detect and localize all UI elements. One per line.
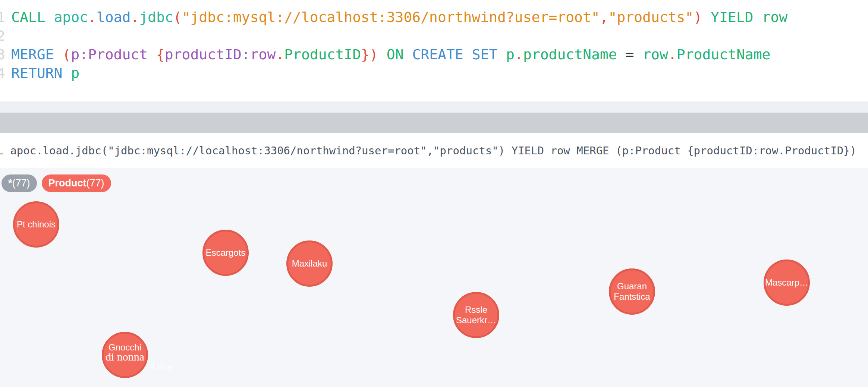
result-frame-header[interactable]: CALL apoc.load.jdbc("jdbc:mysql://localh… [0,133,868,168]
code-token [54,46,62,63]
graph-node[interactable]: Maxilaku [286,240,333,287]
node-caption: Mascarp… [765,277,808,288]
node-caption: Gnocchi [108,342,141,353]
graph-node[interactable]: RssleSauerkr… [453,292,499,338]
code-token: ProductName [677,46,771,63]
code-token: ON [387,46,404,63]
code-token [754,9,762,25]
code-token: MERGE [11,46,54,63]
line-number: 1 [0,8,4,26]
code-token: jdbc [139,9,173,25]
graph-visualization[interactable]: *(77)Product(77) Pt chinoisEscargotsMaxi… [0,168,868,387]
code-token: ( [62,46,71,63]
code-token: p [506,46,515,63]
code-token: } [361,46,369,63]
code-token: { [156,46,165,63]
code-token [497,46,506,63]
code-token: SET [472,46,498,63]
code-token: RETURN [11,65,62,81]
code-token: productID:row [165,46,276,63]
code-token: row [642,46,668,63]
label-filter-pill[interactable]: *(77) [1,174,37,192]
code-line[interactable]: 3MERGE (p:Product {productID:row.Product… [0,45,868,64]
code-token: row [762,9,787,25]
code-token [463,46,472,63]
code-token: load [97,9,131,25]
code-token: apoc [54,9,88,25]
executed-query-text: CALL apoc.load.jdbc("jdbc:mysql://localh… [0,144,856,157]
code-token: productName [523,46,617,63]
code-token: , [600,9,608,25]
code-token: = [625,46,634,63]
graph-node[interactable]: Escargots [202,230,249,276]
code-token: ( [173,9,182,25]
code-token: ) [694,9,702,25]
pill-count: (77) [12,177,30,189]
node-caption: di nonna [106,350,144,363]
code-token: ) [369,46,378,63]
graph-node[interactable]: Pt chinois [13,201,59,248]
code-token [404,46,412,63]
code-line[interactable]: 1CALL apoc.load.jdbc("jdbc:mysql://local… [0,8,868,26]
code-token: CALL [11,9,45,25]
code-token: . [668,46,677,63]
code-token: . [515,46,523,63]
code-token: . [276,46,284,63]
code-token [617,46,626,63]
code-line[interactable]: 4RETURN p [0,64,868,82]
node-caption: Escargots [206,248,246,258]
code-token: YIELD [711,9,753,25]
graph-node[interactable]: Gnocchidi nonnaAlice [102,332,148,378]
node-caption: Guaran [617,281,647,292]
code-token: . [88,9,97,25]
node-caption: Fantstica [614,292,650,302]
code-token: "products" [608,9,694,25]
code-token [378,46,387,63]
line-number: 2 [0,26,4,45]
pill-count: (77) [87,177,104,189]
code-token: "jdbc:mysql://localhost:3306/northwind?u… [182,9,600,25]
code-token [45,9,54,25]
code-token [702,9,711,25]
pill-label: Product [48,177,87,189]
divider-bar [0,113,868,133]
code-token: p:Product [71,46,148,63]
code-token: ProductID [284,46,361,63]
filter-pills: *(77)Product(77) [1,174,111,192]
code-token [634,46,642,63]
code-token: p [71,65,79,81]
node-caption: Sauerkr… [456,315,496,325]
code-token [62,65,71,81]
graph-node[interactable]: GuaranFantstica [609,268,655,315]
pill-label: * [8,177,12,189]
node-caption: Maxilaku [292,258,327,269]
graph-node[interactable]: Mascarp… [764,259,810,306]
code-token: . [130,9,139,25]
node-caption: Rssle [465,305,487,315]
line-number: 4 [0,64,4,82]
cypher-editor[interactable]: 1CALL apoc.load.jdbc("jdbc:mysql://local… [0,0,868,101]
code-token: CREATE [412,46,463,63]
line-number: 3 [0,45,4,64]
node-caption: Pt chinois [17,219,56,230]
frame-gap [0,101,868,113]
label-filter-pill[interactable]: Product(77) [42,174,111,192]
code-token [148,46,156,63]
node-caption-overflow: Alice [149,360,173,373]
code-line[interactable]: 2 [0,26,868,45]
